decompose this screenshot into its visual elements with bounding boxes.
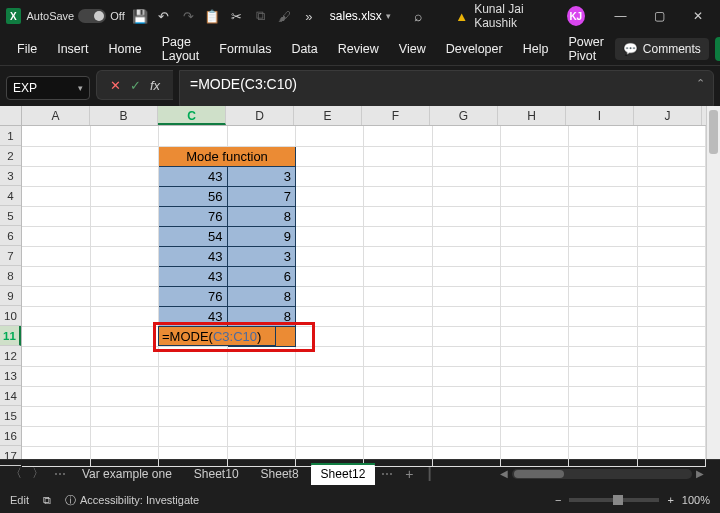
- cells-area[interactable]: Mode function433567768549433436768438 =M…: [22, 126, 706, 459]
- cell[interactable]: [22, 126, 90, 146]
- column-header[interactable]: G: [430, 106, 498, 125]
- tab-nav-next[interactable]: 〉: [28, 465, 48, 482]
- row-header[interactable]: 1: [0, 126, 21, 146]
- row-header[interactable]: 8: [0, 266, 21, 286]
- cell[interactable]: [295, 206, 363, 226]
- redo-icon[interactable]: ↷: [179, 6, 197, 26]
- tab-overflow-right[interactable]: ⋯: [377, 467, 397, 481]
- active-cell-editor[interactable]: =MODE(C3:C10): [158, 326, 276, 346]
- cell[interactable]: [295, 346, 363, 366]
- expand-formula-icon[interactable]: ⌃: [696, 77, 705, 90]
- cell[interactable]: [22, 226, 90, 246]
- tab-overflow-left[interactable]: ⋯: [50, 467, 70, 481]
- cell[interactable]: [22, 446, 90, 466]
- zoom-slider[interactable]: [569, 498, 659, 502]
- row-header[interactable]: 15: [0, 406, 21, 426]
- cell[interactable]: [295, 426, 363, 446]
- horizontal-scrollbar[interactable]: ◀ ▶: [439, 468, 714, 479]
- cell[interactable]: [22, 146, 90, 166]
- cell[interactable]: [295, 186, 363, 206]
- tab-help[interactable]: Help: [514, 36, 558, 62]
- cell[interactable]: 7: [227, 186, 295, 206]
- row-header[interactable]: 2: [0, 146, 21, 166]
- cell[interactable]: [90, 346, 158, 366]
- comments-button[interactable]: 💬 Comments: [615, 38, 709, 60]
- cell[interactable]: [295, 146, 363, 166]
- cell[interactable]: [432, 346, 500, 366]
- row-header[interactable]: 12: [0, 346, 21, 366]
- cell[interactable]: [90, 406, 158, 426]
- cell[interactable]: [500, 206, 568, 226]
- cell[interactable]: [500, 226, 568, 246]
- paste-icon[interactable]: 📋: [203, 6, 221, 26]
- spreadsheet-grid[interactable]: ABCDEFGHIJ 1234567891011121314151617 Mod…: [0, 106, 720, 459]
- cell[interactable]: 3: [227, 166, 295, 186]
- cell[interactable]: [364, 266, 432, 286]
- cell[interactable]: [569, 186, 637, 206]
- zoom-out-button[interactable]: −: [555, 494, 561, 506]
- cell[interactable]: [637, 166, 705, 186]
- cell[interactable]: [159, 366, 227, 386]
- save-icon[interactable]: 💾: [131, 6, 149, 26]
- cell[interactable]: [500, 246, 568, 266]
- cell[interactable]: [432, 246, 500, 266]
- cell[interactable]: [432, 206, 500, 226]
- cell[interactable]: [159, 126, 227, 146]
- cell[interactable]: [364, 406, 432, 426]
- cell[interactable]: [364, 146, 432, 166]
- cell[interactable]: [364, 346, 432, 366]
- filename[interactable]: sales.xlsx ▾: [324, 9, 397, 23]
- cell[interactable]: [364, 126, 432, 146]
- cell[interactable]: [364, 286, 432, 306]
- cell[interactable]: 43: [159, 166, 227, 186]
- cell[interactable]: [295, 226, 363, 246]
- cell[interactable]: [569, 226, 637, 246]
- cell[interactable]: [637, 366, 705, 386]
- search-icon[interactable]: ⌕: [409, 6, 427, 26]
- add-sheet-button[interactable]: +: [399, 466, 419, 482]
- cell[interactable]: 43: [159, 266, 227, 286]
- cell[interactable]: [637, 206, 705, 226]
- cell[interactable]: [227, 366, 295, 386]
- cell[interactable]: [432, 446, 500, 466]
- cell[interactable]: 43: [159, 306, 227, 326]
- cell[interactable]: [364, 246, 432, 266]
- cell[interactable]: [227, 386, 295, 406]
- cell[interactable]: [637, 266, 705, 286]
- cell[interactable]: [295, 406, 363, 426]
- cell[interactable]: [90, 386, 158, 406]
- row-header[interactable]: 17: [0, 446, 21, 466]
- cell[interactable]: [22, 286, 90, 306]
- cell[interactable]: [90, 306, 158, 326]
- cell[interactable]: [90, 286, 158, 306]
- column-header[interactable]: C: [158, 106, 226, 125]
- cell[interactable]: [569, 446, 637, 466]
- column-header[interactable]: A: [22, 106, 90, 125]
- tab-insert[interactable]: Insert: [48, 36, 97, 62]
- cell[interactable]: [90, 166, 158, 186]
- cell[interactable]: 8: [227, 306, 295, 326]
- cell[interactable]: [159, 426, 227, 446]
- sheet-tab-active[interactable]: Sheet12: [311, 463, 376, 485]
- cell[interactable]: [295, 246, 363, 266]
- cell[interactable]: [22, 306, 90, 326]
- zoom-in-button[interactable]: +: [667, 494, 673, 506]
- cell[interactable]: [364, 426, 432, 446]
- column-header[interactable]: F: [362, 106, 430, 125]
- cell[interactable]: 76: [159, 206, 227, 226]
- select-all-corner[interactable]: [0, 106, 22, 126]
- column-header[interactable]: D: [226, 106, 294, 125]
- cell[interactable]: [500, 306, 568, 326]
- cell[interactable]: [364, 226, 432, 246]
- cell[interactable]: [432, 326, 500, 346]
- cell[interactable]: [227, 406, 295, 426]
- cell[interactable]: [22, 166, 90, 186]
- maximize-button[interactable]: ▢: [643, 2, 676, 30]
- cell[interactable]: [637, 126, 705, 146]
- cell[interactable]: 9: [227, 226, 295, 246]
- cell[interactable]: [569, 306, 637, 326]
- cell[interactable]: [569, 426, 637, 446]
- cell[interactable]: [637, 406, 705, 426]
- cell[interactable]: [569, 406, 637, 426]
- row-header[interactable]: 11: [0, 326, 21, 346]
